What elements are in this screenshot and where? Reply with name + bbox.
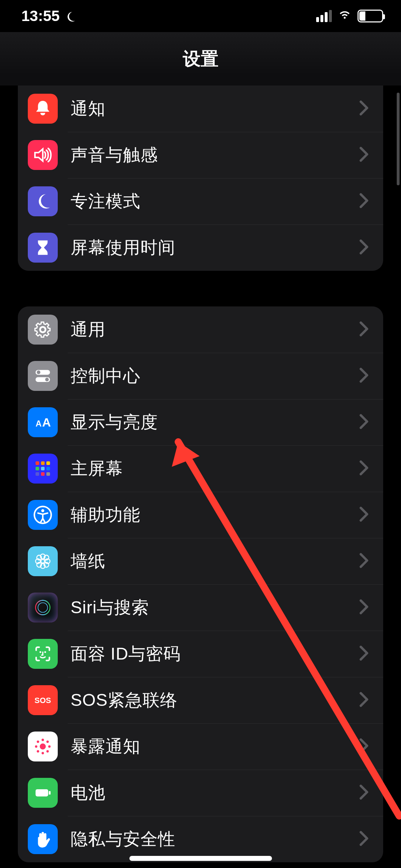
- chevron-right-icon: [359, 321, 369, 338]
- chevron-right-icon: [359, 193, 369, 210]
- flower-icon: [28, 546, 58, 576]
- settings-row[interactable]: 声音与触感: [18, 132, 383, 178]
- chevron-right-icon: [359, 367, 369, 384]
- apps-icon: [28, 454, 58, 484]
- speaker-icon: [28, 140, 58, 170]
- page-title: 设置: [183, 47, 219, 71]
- row-label: 声音与触感: [71, 144, 359, 166]
- exposure-icon: [28, 732, 58, 761]
- home-indicator[interactable]: [129, 856, 272, 861]
- chevron-right-icon: [359, 553, 369, 570]
- status-time: 13:55: [21, 7, 60, 25]
- row-label: 面容 ID与密码: [71, 642, 359, 665]
- row-label: 隐私与安全性: [71, 828, 359, 851]
- chevron-right-icon: [359, 414, 369, 431]
- switches-icon: [28, 361, 58, 391]
- row-label: 控制中心: [71, 365, 359, 387]
- settings-row[interactable]: 显示与亮度: [18, 399, 383, 445]
- settings-row[interactable]: 主屏幕: [18, 445, 383, 492]
- row-label: 暴露通知: [71, 735, 359, 758]
- chevron-right-icon: [359, 599, 369, 616]
- chevron-right-icon: [359, 100, 369, 117]
- chevron-right-icon: [359, 831, 369, 848]
- settings-row[interactable]: 隐私与安全性: [18, 816, 383, 862]
- hand-icon: [28, 824, 58, 854]
- chevron-right-icon: [359, 645, 369, 662]
- faceid-icon: [28, 639, 58, 669]
- scroll-indicator[interactable]: [397, 93, 400, 185]
- settings-row[interactable]: 暴露通知: [18, 723, 383, 770]
- row-label: SOS紧急联络: [71, 689, 359, 712]
- moon-icon: [28, 186, 58, 216]
- settings-row[interactable]: SOS紧急联络: [18, 677, 383, 723]
- settings-row[interactable]: Siri与搜索: [18, 584, 383, 631]
- row-label: 显示与亮度: [71, 411, 359, 434]
- cellular-signal-icon: [316, 10, 332, 22]
- battery-icon: [28, 778, 58, 808]
- settings-row[interactable]: 屏幕使用时间: [18, 224, 383, 271]
- bell-icon: [28, 94, 58, 124]
- textsize-icon: [28, 407, 58, 437]
- siri-icon: [28, 593, 58, 622]
- chevron-right-icon: [359, 239, 369, 256]
- row-label: 专注模式: [71, 190, 359, 213]
- nav-bar: 设置: [0, 32, 401, 86]
- settings-row[interactable]: 电池: [18, 770, 383, 816]
- settings-content[interactable]: 通知声音与触感专注模式屏幕使用时间 通用控制中心显示与亮度主屏幕辅助功能墙纸Si…: [0, 86, 401, 868]
- dnd-moon-icon: [64, 10, 77, 22]
- settings-row[interactable]: 通用: [18, 306, 383, 353]
- chevron-right-icon: [359, 506, 369, 523]
- hourglass-icon: [28, 233, 58, 263]
- row-label: 主屏幕: [71, 457, 359, 480]
- row-label: 通用: [71, 318, 359, 341]
- accessibility-icon: [28, 500, 58, 530]
- chevron-right-icon: [359, 460, 369, 477]
- row-label: Siri与搜索: [71, 596, 359, 619]
- wifi-icon: [337, 6, 353, 26]
- settings-group-2: 通用控制中心显示与亮度主屏幕辅助功能墙纸Siri与搜索面容 ID与密码SOS紧急…: [18, 306, 383, 862]
- row-label: 电池: [71, 781, 359, 804]
- status-bar: 13:55 27: [0, 0, 401, 32]
- row-label: 墙纸: [71, 550, 359, 573]
- settings-row[interactable]: 通知: [18, 86, 383, 132]
- battery-indicator: 27: [358, 10, 383, 22]
- gear-icon: [28, 315, 58, 345]
- settings-group-1: 通知声音与触感专注模式屏幕使用时间: [18, 86, 383, 271]
- chevron-right-icon: [359, 784, 369, 801]
- row-label: 通知: [71, 97, 359, 120]
- chevron-right-icon: [359, 146, 369, 164]
- settings-row[interactable]: 专注模式: [18, 178, 383, 224]
- sos-icon: [28, 685, 58, 715]
- settings-row[interactable]: 墙纸: [18, 538, 383, 584]
- settings-row[interactable]: 辅助功能: [18, 492, 383, 538]
- row-label: 辅助功能: [71, 503, 359, 526]
- settings-row[interactable]: 面容 ID与密码: [18, 631, 383, 677]
- settings-row[interactable]: 控制中心: [18, 353, 383, 399]
- row-label: 屏幕使用时间: [71, 236, 359, 259]
- chevron-right-icon: [359, 738, 369, 755]
- chevron-right-icon: [359, 692, 369, 709]
